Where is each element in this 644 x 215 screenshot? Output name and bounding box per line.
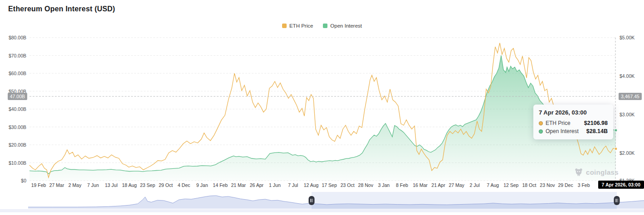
x-axis-tick-label: 23 Sep [140,182,155,188]
x-axis-tick-label: 2 Jul [470,182,480,188]
x-axis-tick-label: 7 Aug [487,182,499,188]
x-axis-tick-label: 1 Jun [269,182,281,188]
x-axis-tick-label: 29 Dec [558,182,573,188]
eth-price-swatch-icon [282,24,287,28]
x-axis-tick-label: 27 Mar [49,182,64,188]
right-axis-tick-label: $5.00K [620,35,634,40]
x-axis-tick-label: 3 Feb [578,182,590,188]
x-axis-tick-label: 23 Nov [540,182,555,188]
right-axis-tick-label: $3.00K [620,112,634,117]
right-axis-tick-label: $4.00K [620,73,634,79]
open-interest-dot-icon [539,129,543,134]
navigator-right-handle[interactable] [614,196,620,205]
x-axis-tick-label: 29 Oct [159,182,173,188]
coinglass-open-interest-chart: Ethereum Open Interest (USD) ETH Price O… [0,0,644,215]
coinglass-logo-icon [574,167,583,177]
tooltip-date: 7 Apr 2026, 03:00 [539,109,608,116]
x-axis-tick-label: 16 Mar [413,182,428,188]
coinglass-watermark: coinglass [574,167,619,177]
x-axis-tick-label: 12 Sep [503,182,518,188]
x-axis-tick-label: 2 May [68,182,82,188]
left-axis-tick-label: $60.00B [0,71,26,76]
tooltip-row-open-interest: Open Interest $28.14B [539,128,608,134]
chart-legend: ETH Price Open Interest [0,23,644,29]
left-axis-tick-label: $10.00B [0,160,26,166]
x-axis-tick-label: 27 May [449,182,464,188]
open-interest-swatch-icon [323,24,327,28]
x-axis-tick-label: 13 Jul [105,182,117,188]
tooltip-value: $2106.98 [584,120,608,126]
navigator-track[interactable] [28,192,644,209]
eth-price-dot-icon [539,121,543,125]
tooltip-value: $28.14B [586,128,608,134]
x-axis-tick-label: 21 Mar [231,182,246,188]
right-axis-tick-label: $2.00K [620,150,634,156]
x-axis-tick-label: 4 Dec [178,182,190,188]
crosshair-date-badge: 7 Apr 2026, 03:00 [598,181,644,189]
x-axis-tick-label: 9 Jan [196,182,208,188]
x-axis-tick-label: 12 Aug [304,182,319,188]
legend-label: Open Interest [330,23,362,29]
x-axis-tick-label: 7 Jun [87,182,99,188]
left-axis-tick-label: $20.00B [0,142,26,148]
legend-item-eth-price[interactable]: ETH Price [282,23,313,29]
x-axis-tick-label: 8 Feb [396,182,408,188]
x-axis-tick-label: 23 Oct [341,182,355,188]
x-axis-tick-label: 14 Feb [213,182,228,188]
hover-tooltip: 7 Apr 2026, 03:00 ETH Price $2106.98 Ope… [533,105,613,139]
left-axis-tick-label: $70.00B [0,53,26,58]
left-axis-tick-label: $40.00B [0,106,26,112]
tooltip-label: Open Interest [546,128,579,134]
x-axis-tick-label: 19 Feb [31,182,46,188]
x-axis-tick-label: 18 Aug [122,182,137,188]
legend-label: ETH Price [289,23,313,29]
x-axis-tick-label: 28 Nov [358,182,373,188]
left-axis-tick-label: $30.00B [0,124,26,130]
right-axis-crosshair-badge: 3,467.45 [619,93,642,100]
x-axis-tick-label: 17 Sep [322,182,337,188]
page-title: Ethereum Open Interest (USD) [8,5,115,13]
x-axis-tick-label: 7 Jul [288,182,298,188]
legend-item-open-interest[interactable]: Open Interest [323,23,362,29]
watermark-text: coinglass [586,168,619,176]
left-axis-tick-label: $0 [0,178,26,183]
navigator-left-handle[interactable] [309,196,315,205]
x-axis-tick-label: 26 Apr [250,182,263,188]
left-axis-tick-label: $80.00B [0,35,26,40]
x-axis-tick-label: 18 Oct [522,182,536,188]
tooltip-label: ETH Price [546,120,571,126]
x-axis-tick-label: 21 Apr [431,182,445,188]
left-axis-crosshair-badge: 47.00B [8,93,27,100]
x-axis-tick-label: 3 Jan [378,182,390,188]
tooltip-row-eth-price: ETH Price $2106.98 [539,120,608,126]
